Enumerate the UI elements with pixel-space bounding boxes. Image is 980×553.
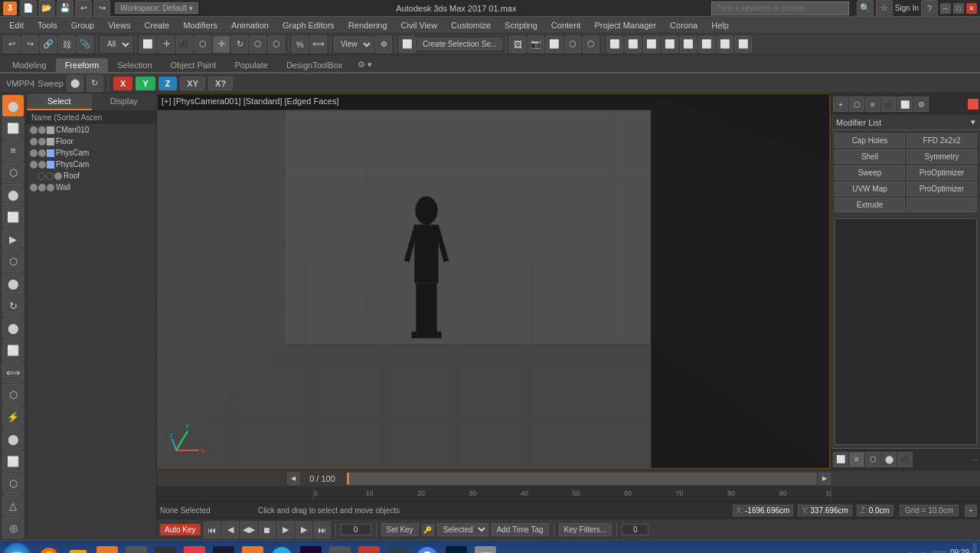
mod-cap-holes[interactable]: Cap Holes (835, 133, 905, 148)
menu-help[interactable]: Help (705, 19, 735, 31)
pb-play-back[interactable]: ◀▶ (240, 522, 257, 538)
mod-extrude[interactable]: Extrude (835, 198, 905, 212)
pb-next-frame[interactable]: ▶ (296, 522, 312, 538)
viewport[interactable]: [+] [PhysCamera001] [Standard] [Edged Fa… (157, 93, 831, 470)
create-selection-btn[interactable]: Create Selection Se... (417, 38, 502, 50)
menu-graph-editors[interactable]: Graph Editors (276, 19, 341, 31)
bind-btn[interactable]: 📎 (77, 36, 93, 53)
scene-item-wall[interactable]: Wall (27, 182, 156, 193)
mod-prooptimizer1[interactable]: ProOptimizer (906, 165, 977, 180)
rp-b1[interactable]: ⬜ (833, 452, 848, 467)
lp-btn8[interactable]: ⬡ (2, 250, 24, 272)
tl-next-btn[interactable]: ▶ (818, 473, 831, 485)
set-key-btn[interactable]: Set Key (381, 523, 419, 536)
rp-list-btn[interactable]: ≡ (865, 97, 880, 112)
task-app7[interactable]: ⬤ (210, 543, 237, 554)
render3-btn[interactable]: ⬜ (546, 36, 563, 53)
mirror-btn[interactable]: ⟺ (310, 36, 327, 53)
menu-corona[interactable]: Corona (664, 19, 704, 31)
scene-item-physcam2[interactable]: PhysCam (27, 159, 156, 170)
key-filters-btn[interactable]: Key Filters... (559, 523, 612, 536)
tab-select[interactable]: Select (27, 93, 92, 110)
render5-btn[interactable]: ⬠ (583, 36, 599, 53)
task-app16[interactable]: ⬜ (472, 543, 499, 554)
select-move-btn[interactable]: ✛ (158, 36, 175, 53)
task-app12[interactable]: 🎵 (355, 543, 383, 554)
frame-input2[interactable] (622, 524, 648, 535)
rp-b5[interactable]: ⬛ (897, 452, 913, 467)
open-btn[interactable]: 📂 (38, 0, 55, 17)
menu-project-manager[interactable]: Project Manager (588, 19, 662, 31)
pb-frame-input[interactable] (341, 524, 371, 535)
menu-content[interactable]: Content (545, 19, 587, 31)
axis-xq-btn[interactable]: X? (208, 77, 233, 90)
tab-freeform[interactable]: Freeform (56, 58, 109, 72)
rp-color-swatch[interactable] (968, 99, 978, 110)
autokey-btn[interactable]: Auto Key (160, 524, 201, 535)
undo-tb[interactable]: ↩ (3, 36, 20, 53)
menu-rendering[interactable]: Rendering (342, 19, 394, 31)
selected-dropdown[interactable]: Selected (437, 523, 488, 536)
scene-item-floor[interactable]: Floor (27, 136, 156, 147)
select-btn[interactable]: ⬜ (139, 36, 156, 53)
task-photoshop[interactable]: Ps (443, 543, 470, 554)
lp-btn20[interactable]: ◎ (2, 517, 24, 538)
search-input[interactable] (711, 2, 849, 15)
mod-ffd[interactable]: FFD 2x2x2 (906, 133, 977, 148)
task-app11[interactable]: ⬡ (326, 543, 354, 554)
lp-btn11[interactable]: ⬤ (2, 317, 24, 339)
r7[interactable]: ⬜ (717, 36, 733, 53)
task-app5[interactable]: 📁 (152, 543, 179, 554)
mod-uvw-map[interactable]: UVW Map (835, 182, 905, 196)
rp-b2[interactable]: ≡ (849, 452, 864, 467)
r2[interactable]: ⬜ (625, 36, 642, 53)
r5[interactable]: ⬜ (680, 36, 697, 53)
scene-item-roof[interactable]: Roof (34, 170, 156, 182)
menu-group[interactable]: Group (65, 19, 101, 31)
pb-play[interactable]: ▶ (277, 522, 294, 538)
filter-dropdown[interactable]: All (100, 37, 132, 52)
rp-add-btn[interactable]: + (833, 97, 848, 112)
modifier-list-arrow[interactable]: ▾ (971, 117, 975, 127)
link-btn[interactable]: 🔗 (40, 36, 57, 53)
mod-symmetry[interactable]: Symmetry (906, 149, 977, 164)
pb-stop[interactable]: ⏹ (259, 522, 276, 538)
percent-btn[interactable]: % (292, 36, 309, 53)
lp-btn4[interactable]: ⬡ (2, 162, 24, 183)
tl-prev-btn[interactable]: ◀ (287, 473, 299, 485)
tab-display[interactable]: Display (92, 93, 157, 110)
ribbon-more[interactable]: ⚙ ▾ (351, 57, 378, 72)
lp-btn17[interactable]: ⬜ (2, 450, 24, 472)
task-app4[interactable]: ⬡ (122, 543, 150, 554)
lp-btn15[interactable]: ⚡ (2, 406, 24, 427)
close-btn[interactable]: ✕ (966, 3, 977, 14)
axis-xy-btn[interactable]: XY (180, 77, 205, 90)
menu-edit[interactable]: Edit (3, 19, 30, 31)
r6[interactable]: ⬜ (698, 36, 715, 53)
pb-go-start[interactable]: ⏮ (204, 522, 220, 538)
render1-btn[interactable]: 🖼 (509, 36, 526, 53)
rp-graph-btn[interactable]: ⬜ (897, 97, 913, 112)
maximize-btn[interactable]: □ (953, 3, 964, 14)
menu-tools[interactable]: Tools (31, 19, 64, 31)
workspace-dropdown[interactable]: Workspace: Default ▾ (115, 2, 198, 14)
axis-y-btn[interactable]: Y (136, 77, 155, 90)
tab-object-paint[interactable]: Object Paint (162, 58, 226, 72)
rp-settings-btn[interactable]: ⚙ (913, 97, 929, 112)
lp-btn6[interactable]: ⬜ (2, 206, 24, 227)
rp-filter-btn[interactable]: ⬡ (849, 97, 864, 112)
lp-btn12[interactable]: ⬜ (2, 339, 24, 361)
menu-modifiers[interactable]: Modifiers (177, 19, 224, 31)
mod-sweep[interactable]: Sweep (835, 165, 905, 180)
tab-modeling[interactable]: Modeling (3, 58, 56, 72)
lp-btn16[interactable]: ⬤ (2, 428, 24, 450)
lp-select-btn[interactable]: ⬤ (2, 95, 24, 116)
redo-tb[interactable]: ↪ (21, 36, 38, 53)
task-app8[interactable]: ◆◆ (239, 543, 266, 554)
rotate-btn[interactable]: ↻ (231, 36, 248, 53)
menu-views[interactable]: Views (102, 19, 136, 31)
scene-item-cman010[interactable]: CMan010 (27, 124, 156, 136)
task-aftereffects[interactable]: Ae (297, 543, 325, 554)
rp-b3[interactable]: ⬡ (865, 452, 880, 467)
axis-icon1[interactable]: ⬤ (67, 75, 83, 92)
